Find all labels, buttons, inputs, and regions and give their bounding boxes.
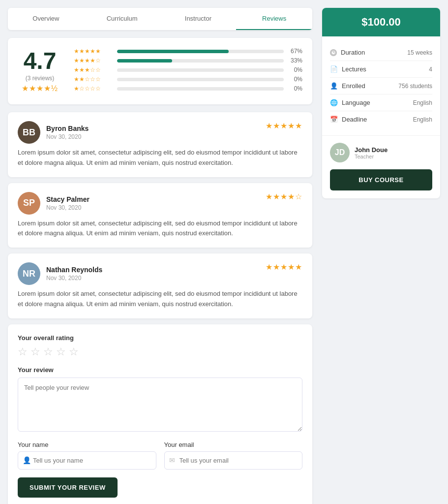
- teacher-title: Teacher: [355, 154, 388, 159]
- bar-1-track: [117, 87, 284, 91]
- review-count: (3 reviews): [18, 75, 62, 82]
- review-header-1: SP Stacy Palmer Nov 30, 2020 ★★★★☆: [18, 192, 302, 215]
- lectures-value: 4: [429, 66, 432, 73]
- submit-review-button[interactable]: SUBMIT YOUR REVIEW: [18, 477, 118, 498]
- bar-row-5: ★★★★★ 67%: [74, 48, 302, 55]
- review-header-0: BB Byron Banks Nov 30, 2020 ★★★★★: [18, 121, 302, 144]
- overall-rating: 4.7 (3 reviews) ★★★★½: [18, 49, 62, 93]
- star-4[interactable]: ☆: [56, 346, 66, 358]
- email-input[interactable]: [164, 451, 303, 470]
- user-icon: 👤: [23, 456, 31, 464]
- star-1[interactable]: ☆: [18, 346, 28, 358]
- review-textarea[interactable]: [18, 378, 302, 432]
- name-field-group: Your name 👤: [18, 441, 156, 470]
- tabs-nav: Overview Curriculum Instructor Reviews: [8, 8, 312, 30]
- teacher-name: John Doue: [355, 146, 388, 154]
- bar-4-stars: ★★★★☆: [74, 57, 113, 64]
- reviewer-details-1: Stacy Palmer Nov 30, 2020: [46, 195, 90, 211]
- sidebar: $100.00 Duration 15 weeks 📄 Lectures: [322, 8, 440, 504]
- detail-lectures: 📄 Lectures 4: [330, 61, 432, 78]
- reviewer-name-0: Byron Banks: [46, 125, 89, 132]
- reviewer-date-2: Nov 30, 2020: [46, 275, 102, 282]
- globe-icon: 🌐: [330, 99, 338, 106]
- lectures-label: 📄 Lectures: [330, 65, 366, 73]
- rating-stars-input[interactable]: ☆ ☆ ☆ ☆ ☆: [18, 346, 302, 358]
- review-card-0: BB Byron Banks Nov 30, 2020 ★★★★★ Lorem …: [8, 112, 312, 177]
- bar-5-track: [117, 50, 284, 53]
- review-label: Your review: [18, 366, 302, 374]
- reviewer-name-2: Nathan Reynolds: [46, 266, 102, 274]
- rating-bars: ★★★★★ 67% ★★★★☆ 33% ★★★☆☆: [74, 48, 302, 94]
- reviewer-date-0: Nov 30, 2020: [46, 133, 89, 140]
- name-input-wrapper: 👤: [18, 451, 156, 470]
- star-2[interactable]: ☆: [30, 346, 40, 358]
- teacher-avatar: JD: [330, 143, 350, 162]
- bar-3-track: [117, 68, 284, 72]
- duration-label: Duration: [330, 49, 365, 56]
- name-label: Your name: [18, 441, 156, 448]
- detail-duration: Duration 15 weeks: [330, 44, 432, 61]
- reviewer-date-1: Nov 30, 2020: [46, 204, 90, 211]
- course-details: Duration 15 weeks 📄 Lectures 4 👤 Enrolle…: [322, 36, 440, 135]
- star-3[interactable]: ☆: [43, 346, 53, 358]
- tab-curriculum[interactable]: Curriculum: [84, 8, 160, 30]
- sidebar-card: $100.00 Duration 15 weeks 📄 Lectures: [322, 8, 440, 198]
- tab-overview[interactable]: Overview: [8, 8, 84, 30]
- overall-rating-label: Your overall rating: [18, 334, 302, 342]
- review-header-2: NR Nathan Reynolds Nov 30, 2020 ★★★★★: [18, 262, 302, 285]
- deadline-label: 📅 Deadline: [330, 116, 367, 123]
- review-stars-1: ★★★★☆: [266, 192, 302, 201]
- tab-instructor[interactable]: Instructor: [160, 8, 237, 30]
- bar-row-2: ★★☆☆☆ 0%: [74, 76, 302, 83]
- review-card-1: SP Stacy Palmer Nov 30, 2020 ★★★★☆ Lorem…: [8, 183, 312, 248]
- clock-icon: [330, 49, 337, 56]
- teacher-initials: JD: [335, 148, 345, 157]
- calendar-icon: 📅: [330, 116, 338, 123]
- avatar-1: SP: [18, 192, 40, 215]
- star-5[interactable]: ☆: [69, 346, 79, 358]
- price-header: $100.00: [322, 8, 440, 36]
- email-input-wrapper: ✉: [164, 451, 303, 470]
- review-card-2: NR Nathan Reynolds Nov 30, 2020 ★★★★★ Lo…: [8, 253, 312, 318]
- teacher-info: John Doue Teacher: [355, 146, 388, 159]
- review-stars-0: ★★★★★: [266, 121, 302, 130]
- reviewer-details-2: Nathan Reynolds Nov 30, 2020: [46, 266, 102, 282]
- language-label: 🌐 Language: [330, 99, 370, 106]
- form-row-name-email: Your name 👤 Your email ✉: [18, 441, 302, 470]
- reviewer-name-1: Stacy Palmer: [46, 195, 90, 203]
- bar-3-stars: ★★★☆☆: [74, 66, 113, 73]
- reviewer-info-1: SP Stacy Palmer Nov 30, 2020: [18, 192, 90, 215]
- reviewer-info-0: BB Byron Banks Nov 30, 2020: [18, 121, 89, 144]
- detail-deadline: 📅 Deadline English: [330, 111, 432, 127]
- book-icon: 📄: [330, 65, 338, 73]
- bar-2-track: [117, 78, 284, 81]
- email-icon: ✉: [169, 456, 175, 464]
- review-text-0: Lorem ipsum dolor sit amet, consectetur …: [18, 148, 302, 168]
- name-input[interactable]: [18, 451, 156, 470]
- language-value: English: [413, 99, 432, 106]
- email-label: Your email: [164, 441, 303, 448]
- avatar-initials-0: BB: [18, 121, 40, 144]
- review-text-1: Lorem ipsum dolor sit amet, consectetur …: [18, 219, 302, 239]
- bar-row-3: ★★★☆☆ 0%: [74, 66, 302, 73]
- avatar-2: NR: [18, 262, 40, 285]
- buy-course-button[interactable]: BUY COURSE: [330, 169, 432, 190]
- rating-score: 4.7: [18, 49, 62, 73]
- bar-5-fill: [117, 50, 229, 53]
- email-field-group: Your email ✉: [164, 441, 303, 470]
- bar-3-pct: 0%: [288, 66, 302, 73]
- reviewer-info-2: NR Nathan Reynolds Nov 30, 2020: [18, 262, 102, 285]
- enrolled-value: 756 students: [398, 83, 432, 90]
- enrolled-label: 👤 Enrolled: [330, 82, 365, 90]
- bar-1-stars: ★☆☆☆☆: [74, 85, 113, 92]
- deadline-value: English: [413, 116, 432, 123]
- reviewer-details-0: Byron Banks Nov 30, 2020: [46, 125, 89, 140]
- bar-4-pct: 33%: [288, 57, 302, 64]
- avatar-initials-2: NR: [18, 262, 40, 285]
- detail-language: 🌐 Language English: [330, 94, 432, 111]
- bar-4-track: [117, 59, 284, 63]
- bar-2-pct: 0%: [288, 76, 302, 83]
- tab-reviews[interactable]: Reviews: [236, 8, 312, 30]
- bar-1-pct: 0%: [288, 85, 302, 92]
- bar-row-4: ★★★★☆ 33%: [74, 57, 302, 64]
